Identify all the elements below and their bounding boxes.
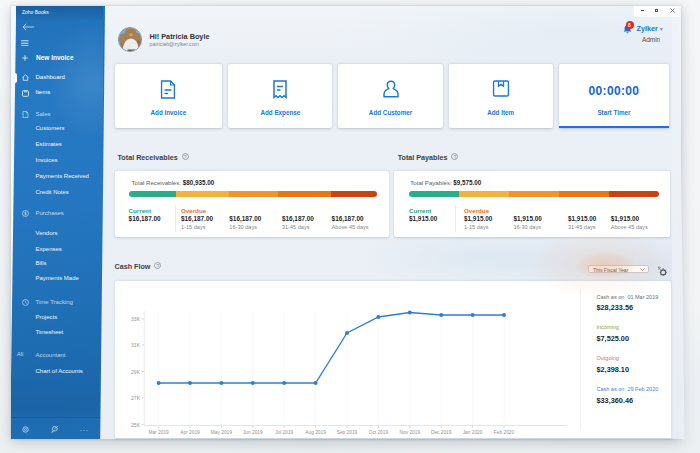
svg-text:25K: 25K <box>131 422 141 428</box>
svg-text:Jan 2020: Jan 2020 <box>463 430 483 435</box>
svg-text:Nov 2019: Nov 2019 <box>400 430 421 435</box>
svg-text:Dec 2019: Dec 2019 <box>431 430 452 435</box>
svg-text:33K: 33K <box>131 316 141 322</box>
svg-text:Mar 2019: Mar 2019 <box>148 430 169 435</box>
svg-text:Apr 2019: Apr 2019 <box>180 430 200 435</box>
svg-text:Jul 2019: Jul 2019 <box>275 430 293 435</box>
svg-text:29K: 29K <box>131 369 141 375</box>
svg-text:Aug 2019: Aug 2019 <box>305 430 326 435</box>
svg-text:27K: 27K <box>131 395 141 401</box>
svg-text:Oct 2019: Oct 2019 <box>369 430 389 435</box>
svg-text:Feb 2020: Feb 2020 <box>494 430 515 435</box>
svg-text:Jun 2019: Jun 2019 <box>243 430 263 435</box>
svg-text:31K: 31K <box>131 342 141 348</box>
svg-text:Sep 2019: Sep 2019 <box>337 430 358 435</box>
svg-text:May 2019: May 2019 <box>211 430 232 435</box>
